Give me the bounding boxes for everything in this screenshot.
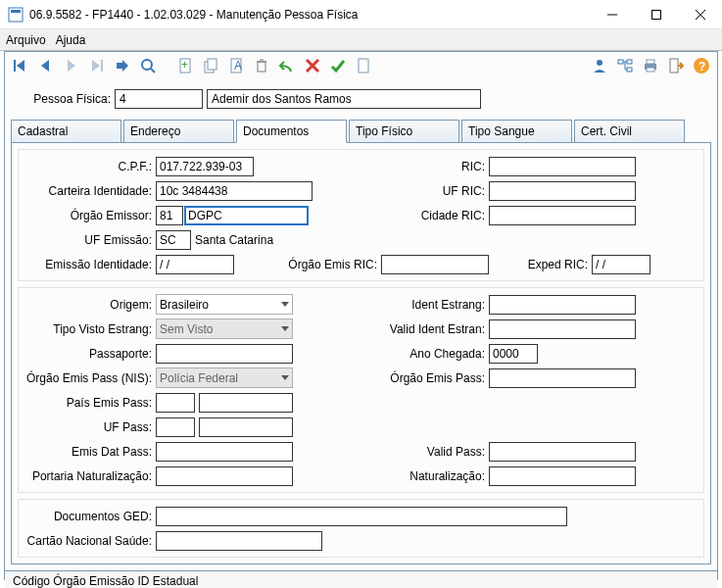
valid-pass-label: Valid Pass: bbox=[381, 445, 489, 459]
uf-emissao-code-field[interactable]: SC bbox=[156, 230, 191, 250]
orgao-emissor-name-field[interactable]: DGPC bbox=[184, 206, 309, 225]
edit-icon[interactable]: A bbox=[224, 54, 248, 77]
exped-ric-field[interactable]: / / bbox=[592, 255, 650, 274]
naturalizacao-field[interactable] bbox=[489, 466, 636, 486]
svg-rect-28 bbox=[618, 60, 623, 64]
tab-documentos[interactable]: Documentos bbox=[236, 120, 347, 143]
tab-panel-documentos: C.P.F.: 017.722.939-03 RIC: Carteira Ide… bbox=[11, 142, 711, 564]
uf-pass-code-field[interactable] bbox=[156, 417, 195, 437]
pessoa-fisica-code[interactable]: 4 bbox=[115, 89, 203, 109]
status-text: Código Órgão Emissão ID Estadual bbox=[13, 574, 198, 588]
tab-cert-civil[interactable]: Cert. Civil bbox=[574, 120, 685, 143]
pais-emis-pass-code-field[interactable] bbox=[156, 393, 195, 413]
svg-rect-29 bbox=[627, 60, 632, 64]
menu-ajuda[interactable]: Ajuda bbox=[56, 33, 86, 47]
orgao-emis-pass-field[interactable] bbox=[489, 368, 636, 388]
emissao-ident-field[interactable]: / / bbox=[156, 255, 234, 274]
pais-emis-pass-label: País Emis Pass: bbox=[19, 396, 156, 410]
cns-label: Cartão Nacional Saúde: bbox=[19, 534, 156, 548]
pessoa-fisica-name[interactable]: Ademir dos Santos Ramos bbox=[207, 89, 481, 109]
emis-dat-pass-field[interactable] bbox=[156, 442, 293, 462]
origem-select[interactable]: Brasileiro bbox=[156, 294, 293, 315]
carteira-ident-label: Carteira Identidade: bbox=[19, 184, 156, 198]
orgao-emissor-code-field[interactable]: 81 bbox=[156, 206, 183, 225]
passaporte-label: Passaporte: bbox=[19, 347, 156, 361]
cidade-ric-field[interactable] bbox=[489, 206, 636, 225]
svg-text:?: ? bbox=[698, 60, 705, 74]
svg-rect-1 bbox=[11, 10, 21, 13]
ident-estrang-label: Ident Estrang: bbox=[381, 298, 489, 312]
confirm-icon[interactable] bbox=[326, 54, 350, 77]
valid-pass-field[interactable] bbox=[489, 442, 636, 462]
print-icon[interactable] bbox=[639, 54, 662, 77]
pais-emis-pass-name-field[interactable] bbox=[199, 393, 293, 413]
uf-pass-name-field[interactable] bbox=[199, 417, 293, 437]
svg-marker-8 bbox=[41, 60, 49, 72]
maximize-button[interactable] bbox=[634, 0, 678, 29]
tab-tipo-fisico[interactable]: Tipo Físico bbox=[349, 120, 459, 143]
cancel-icon[interactable] bbox=[301, 54, 324, 77]
valid-ident-estran-field[interactable] bbox=[489, 319, 636, 339]
first-record-icon[interactable] bbox=[9, 54, 32, 77]
group-identity: C.P.F.: 017.722.939-03 RIC: Carteira Ide… bbox=[18, 149, 704, 281]
status-bar: Código Órgão Emissão ID Estadual bbox=[5, 570, 717, 588]
next-record-icon[interactable] bbox=[60, 54, 83, 77]
tree-icon[interactable] bbox=[613, 54, 637, 77]
tab-endereco[interactable]: Endereço bbox=[123, 120, 234, 143]
new-icon[interactable]: + bbox=[173, 54, 197, 77]
svg-rect-11 bbox=[101, 60, 103, 72]
tab-cadastral[interactable]: Cadastral bbox=[11, 120, 121, 143]
port-natur-label: Portaria Naturalização: bbox=[19, 469, 156, 483]
svg-line-13 bbox=[151, 69, 155, 73]
uf-ric-field[interactable] bbox=[489, 181, 636, 201]
ric-field[interactable] bbox=[489, 157, 636, 176]
origem-label: Origem: bbox=[19, 298, 156, 312]
prev-record-icon[interactable] bbox=[34, 54, 58, 77]
ano-chegada-field[interactable]: 0000 bbox=[489, 344, 538, 364]
orgao-emis-ric-field[interactable] bbox=[381, 255, 489, 274]
naturalizacao-label: Naturalização: bbox=[381, 469, 489, 483]
pessoa-fisica-label: Pessoa Física: bbox=[17, 92, 115, 106]
port-natur-field[interactable] bbox=[156, 466, 293, 486]
search-icon[interactable] bbox=[136, 54, 160, 77]
svg-text:A: A bbox=[234, 59, 242, 73]
ident-estrang-field[interactable] bbox=[489, 295, 636, 315]
tipo-visto-label: Tipo Visto Estrang: bbox=[19, 322, 156, 336]
user-icon[interactable] bbox=[588, 54, 611, 77]
cns-field[interactable] bbox=[156, 531, 322, 551]
toolbar: + A ? bbox=[5, 52, 717, 79]
header-row: Pessoa Física: 4 Ademir dos Santos Ramos bbox=[5, 79, 717, 119]
doc-ged-field[interactable] bbox=[156, 507, 567, 526]
minimize-button[interactable] bbox=[590, 0, 634, 29]
carteira-ident-field[interactable]: 10c 3484438 bbox=[156, 181, 313, 201]
cidade-ric-label: Cidade RIC: bbox=[381, 209, 489, 222]
svg-rect-35 bbox=[647, 60, 654, 64]
exped-ric-label: Exped RIC: bbox=[508, 258, 592, 271]
orgao-emis-pass-nis-select: Polícia Federal bbox=[156, 368, 293, 388]
copy-icon[interactable] bbox=[199, 54, 222, 77]
last-record-icon[interactable] bbox=[85, 54, 109, 77]
app-icon bbox=[8, 7, 24, 23]
window-title: 06.9.5582 - FP1440 - 1.02.03.029 - Manut… bbox=[29, 8, 590, 22]
exit-icon[interactable] bbox=[664, 54, 688, 77]
menu-arquivo[interactable]: Arquivo bbox=[6, 33, 46, 47]
svg-marker-9 bbox=[68, 60, 75, 72]
tab-tipo-sangue[interactable]: Tipo Sangue bbox=[461, 120, 572, 143]
undo-icon[interactable] bbox=[275, 54, 299, 77]
delete-icon[interactable] bbox=[250, 54, 273, 77]
valid-ident-estran-label: Valid Ident Estran: bbox=[381, 322, 489, 336]
svg-marker-10 bbox=[92, 60, 100, 72]
svg-rect-36 bbox=[647, 68, 654, 72]
uf-pass-label: UF Pass: bbox=[19, 420, 156, 434]
cpf-field[interactable]: 017.722.939-03 bbox=[156, 157, 254, 176]
ano-chegada-label: Ano Chegada: bbox=[381, 347, 489, 361]
svg-rect-20 bbox=[258, 62, 265, 72]
help-icon[interactable]: ? bbox=[690, 54, 713, 77]
uf-emissao-name: Santa Catarina bbox=[195, 233, 273, 247]
passaporte-field[interactable] bbox=[156, 344, 293, 364]
orgao-emis-ric-label: Órgão Emis RIC: bbox=[273, 258, 381, 271]
goto-icon[interactable] bbox=[111, 54, 134, 77]
chevron-down-icon bbox=[281, 302, 289, 307]
page-icon[interactable] bbox=[352, 54, 375, 77]
close-button[interactable] bbox=[678, 0, 722, 29]
